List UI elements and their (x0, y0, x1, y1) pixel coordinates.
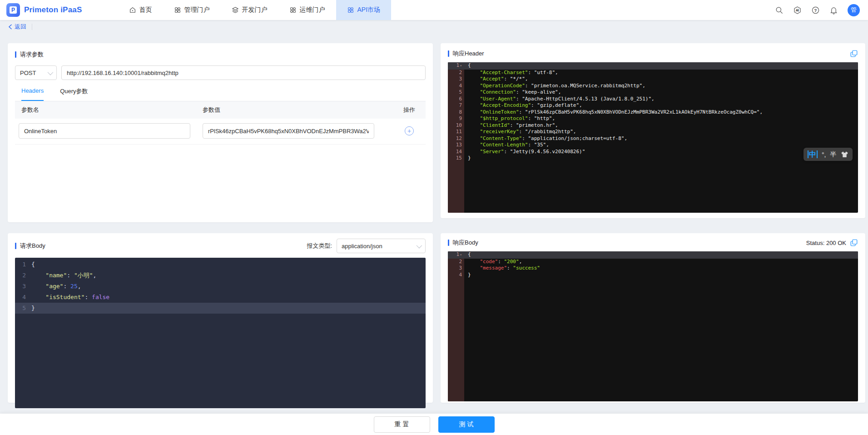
request-params-title: 请求参数 (15, 50, 426, 59)
back-label: 返回 (15, 23, 26, 31)
brand-name: Primeton iPaaS (24, 5, 82, 15)
grid-icon (347, 6, 354, 14)
response-header-code: 1▾{2 "Accept-Charset": "utf-8",3 "Accept… (448, 62, 858, 213)
method-select[interactable]: POST (15, 65, 57, 80)
main-nav: 首页 管理门户 开发门户 运维门户 API市场 (118, 0, 392, 20)
nav-item-dev-portal[interactable]: 开发门户 (221, 0, 278, 20)
reset-button[interactable]: 重 置 (374, 416, 430, 433)
request-body-title: 请求Body (15, 242, 45, 250)
ai-assistant-icon[interactable]: AI (793, 6, 802, 15)
brand-logo-icon: P (6, 3, 20, 17)
avatar[interactable]: 管 (848, 4, 860, 16)
param-value-input[interactable] (203, 123, 374, 139)
method-select-value: POST (20, 70, 36, 76)
nav-item-api-market[interactable]: API市场 (336, 0, 392, 20)
nav-item-label: 管理门户 (184, 6, 210, 14)
add-param-button[interactable]: + (405, 126, 414, 135)
ime-toolbar: 中 °, 半 (804, 148, 853, 161)
param-name-input[interactable] (19, 123, 190, 139)
footer-bar: 重 置 测 试 (0, 414, 868, 435)
response-header-title: 响应Header (448, 50, 484, 58)
content-type-label: 报文类型: (307, 242, 332, 250)
response-body-code: 1▾{2 "code": "200",3 "message": "success… (448, 251, 858, 401)
tab-query-params[interactable]: Query参数 (60, 87, 88, 101)
title-accent-bar (15, 51, 16, 58)
ime-skin-icon[interactable] (841, 151, 848, 158)
col-header-name: 参数名 (15, 106, 203, 114)
url-input[interactable] (61, 65, 426, 80)
response-body-title: 响应Body (448, 239, 478, 247)
copy-icon[interactable] (850, 239, 858, 247)
test-button[interactable]: 测 试 (438, 416, 495, 433)
response-body-panel: 响应Body Status: 200 OK 1▾{2 "code": "200"… (441, 233, 865, 403)
nav-item-label: 首页 (139, 6, 152, 14)
response-header-panel: 响应Header 1▾{2 "Accept-Charset": "utf-8",… (441, 43, 865, 218)
breadcrumb: 返回 (8, 23, 32, 31)
tab-headers[interactable]: Headers (21, 87, 44, 101)
copy-icon[interactable] (850, 50, 858, 58)
brand[interactable]: P Primeton iPaaS (0, 3, 89, 17)
title-accent-bar (448, 50, 449, 57)
content-type-value: application/json (342, 243, 382, 250)
request-params-panel: 请求参数 POST Headers Query参数 参数名 参数值 操作 + (8, 43, 433, 222)
chevron-down-icon (48, 69, 54, 75)
bell-icon[interactable] (829, 6, 838, 15)
grid-icon (289, 6, 297, 14)
request-body-editor[interactable]: 1{2 "name": "小明",3 "age": 25,4 "isStuden… (15, 258, 426, 408)
title-accent-bar (15, 243, 16, 249)
nav-item-admin-portal[interactable]: 管理门户 (163, 0, 221, 20)
nav-item-label: 开发门户 (242, 6, 268, 14)
layers-icon (232, 6, 239, 14)
help-icon[interactable]: ? (811, 6, 820, 15)
param-table-header: 参数名 参数值 操作 (15, 101, 426, 119)
col-header-value: 参数值 (203, 106, 393, 114)
param-tabs: Headers Query参数 (15, 87, 426, 101)
request-body-panel: 请求Body 报文类型: application/json 1{2 "name"… (8, 233, 433, 403)
chevron-down-icon (417, 242, 422, 248)
param-table-row: + (15, 119, 426, 145)
content-type-select[interactable]: application/json (337, 239, 426, 253)
grid-icon (174, 6, 181, 14)
svg-text:AI: AI (796, 9, 799, 12)
nav-item-home[interactable]: 首页 (118, 0, 163, 20)
brand-logo-letter: P (10, 6, 17, 14)
col-header-action: 操作 (393, 106, 426, 114)
nav-item-label: API市场 (357, 6, 381, 14)
ime-language-mode[interactable]: 中 (808, 150, 818, 158)
ime-punctuation-mode[interactable]: °, (822, 151, 826, 158)
svg-text:?: ? (814, 8, 817, 12)
topbar-actions: AI ? 管 (775, 4, 868, 16)
status-badge: Status: 200 OK (806, 240, 846, 246)
back-button[interactable]: 返回 (8, 23, 26, 31)
search-icon[interactable] (775, 6, 784, 15)
nav-item-label: 运维门户 (300, 6, 325, 14)
breadcrumb-divider (32, 24, 32, 30)
ime-width-mode[interactable]: 半 (830, 150, 837, 159)
nav-item-ops-portal[interactable]: 运维门户 (278, 0, 336, 20)
top-navbar: P Primeton iPaaS 首页 管理门户 开发门户 运维门户 API市场 (0, 0, 868, 20)
chevron-left-icon (8, 24, 12, 30)
title-accent-bar (448, 240, 449, 246)
home-icon (129, 6, 136, 14)
